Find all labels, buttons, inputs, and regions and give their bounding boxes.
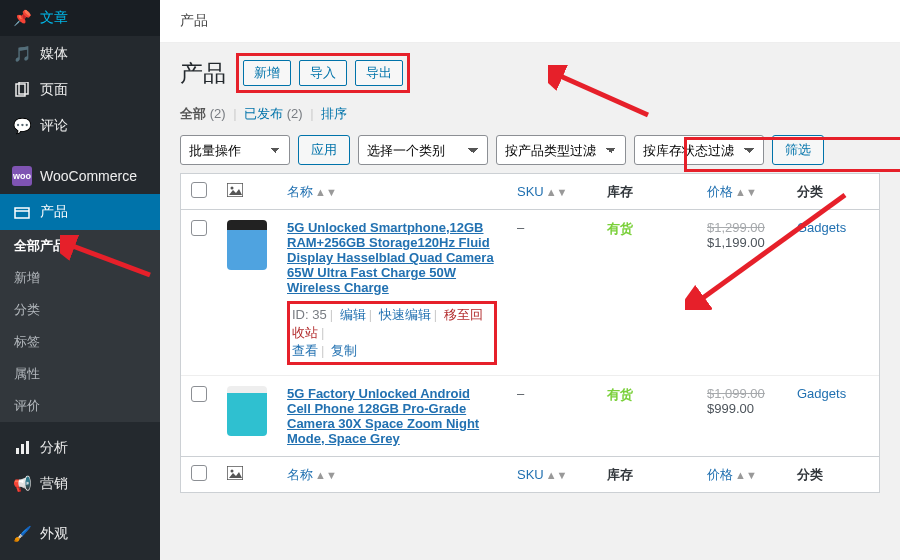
category-filter-select[interactable]: 选择一个类别 bbox=[358, 135, 488, 165]
sku-cell: – bbox=[507, 210, 597, 376]
row-checkbox[interactable] bbox=[191, 220, 207, 236]
subnav-categories[interactable]: 分类 bbox=[0, 294, 160, 326]
sort-link[interactable]: 排序 bbox=[321, 106, 347, 121]
woo-icon: woo bbox=[12, 166, 32, 186]
nav-woocommerce[interactable]: wooWooCommerce bbox=[0, 158, 160, 194]
price-old: $1,299.00 bbox=[707, 220, 765, 235]
nav-comments[interactable]: 💬评论 bbox=[0, 108, 160, 144]
price-old: $1,099.00 bbox=[707, 386, 765, 401]
col-sku[interactable]: SKU bbox=[517, 184, 544, 199]
nav-media[interactable]: 🎵媒体 bbox=[0, 36, 160, 72]
nav-marketing[interactable]: 📢营销 bbox=[0, 466, 160, 502]
svg-point-10 bbox=[231, 470, 234, 473]
category-link[interactable]: Gadgets bbox=[797, 220, 846, 235]
subnav-all-products[interactable]: 全部产品 bbox=[0, 230, 160, 262]
col-name[interactable]: 名称 bbox=[287, 184, 313, 199]
subsub-links: 全部 (2) | 已发布 (2) | 排序 bbox=[160, 101, 900, 127]
megaphone-icon: 📢 bbox=[12, 474, 32, 494]
col-stock: 库存 bbox=[607, 184, 633, 199]
type-filter-select[interactable]: 按产品类型过滤 bbox=[496, 135, 626, 165]
import-button[interactable]: 导入 bbox=[299, 60, 347, 86]
row-actions: ID: 35| 编辑| 快速编辑| 移至回收站| 查看| 复制 bbox=[287, 301, 497, 365]
select-all-checkbox[interactable] bbox=[191, 182, 207, 198]
view-link[interactable]: 查看 bbox=[292, 343, 318, 358]
svg-rect-2 bbox=[15, 208, 29, 218]
bulk-action-select[interactable]: 批量操作 bbox=[180, 135, 290, 165]
product-name-link[interactable]: 5G Factory Unlocked Android Cell Phone 1… bbox=[287, 386, 497, 446]
add-button[interactable]: 新增 bbox=[243, 60, 291, 86]
svg-rect-6 bbox=[26, 441, 29, 454]
media-icon: 🎵 bbox=[12, 44, 32, 64]
sku-cell: – bbox=[507, 376, 597, 457]
stock-filter-select[interactable]: 按库存状态过滤 bbox=[634, 135, 764, 165]
nav-posts[interactable]: 📌文章 bbox=[0, 0, 160, 36]
quick-edit-link[interactable]: 快速编辑 bbox=[379, 307, 431, 322]
nav-analytics[interactable]: 分析 bbox=[0, 430, 160, 466]
row-checkbox[interactable] bbox=[191, 386, 207, 402]
price-new: $1,199.00 bbox=[707, 235, 765, 250]
filter-button[interactable]: 筛选 bbox=[772, 135, 824, 165]
stock-status: 有货 bbox=[607, 221, 633, 236]
col-cat: 分类 bbox=[797, 184, 823, 199]
price-new: $999.00 bbox=[707, 401, 754, 416]
table-row: 5G Unlocked Smartphone,12GB RAM+256GB St… bbox=[181, 210, 879, 376]
subnav-reviews[interactable]: 评价 bbox=[0, 390, 160, 422]
main-content: 产品 产品 新增 导入 导出 全部 (2) | 已发布 (2) | 排序 批量操… bbox=[160, 0, 900, 560]
published-filter[interactable]: 已发布 bbox=[244, 106, 283, 121]
subnav-add[interactable]: 新增 bbox=[0, 262, 160, 294]
comment-icon: 💬 bbox=[12, 116, 32, 136]
stock-status: 有货 bbox=[607, 387, 633, 402]
select-all-checkbox-footer[interactable] bbox=[191, 465, 207, 481]
product-thumbnail[interactable] bbox=[227, 220, 267, 270]
products-table: 名称▲▼ SKU▲▼ 库存 价格▲▼ 分类 5G Unlocked Smartp… bbox=[181, 174, 879, 492]
duplicate-link[interactable]: 复制 bbox=[331, 343, 357, 358]
page-title: 产品 bbox=[180, 58, 226, 89]
svg-rect-4 bbox=[16, 448, 19, 454]
brush-icon: 🖌️ bbox=[12, 524, 32, 544]
nav-products[interactable]: 产品 bbox=[0, 194, 160, 230]
products-submenu: 全部产品 新增 分类 标签 属性 评价 bbox=[0, 230, 160, 422]
nav-plugins[interactable]: 🔌插件 bbox=[0, 552, 160, 560]
subnav-attributes[interactable]: 属性 bbox=[0, 358, 160, 390]
edit-link[interactable]: 编辑 bbox=[340, 307, 366, 322]
table-row: 5G Factory Unlocked Android Cell Phone 1… bbox=[181, 376, 879, 457]
pin-icon: 📌 bbox=[12, 8, 32, 28]
page-icon bbox=[12, 80, 32, 100]
image-icon bbox=[227, 185, 243, 200]
chart-icon bbox=[12, 438, 32, 458]
subnav-tags[interactable]: 标签 bbox=[0, 326, 160, 358]
admin-sidebar: 📌文章 🎵媒体 页面 💬评论 wooWooCommerce 产品 全部产品 新增… bbox=[0, 0, 160, 560]
image-icon bbox=[227, 468, 243, 483]
nav-pages[interactable]: 页面 bbox=[0, 72, 160, 108]
nav-appearance[interactable]: 🖌️外观 bbox=[0, 516, 160, 552]
product-name-link[interactable]: 5G Unlocked Smartphone,12GB RAM+256GB St… bbox=[287, 220, 497, 295]
export-button[interactable]: 导出 bbox=[355, 60, 403, 86]
apply-button[interactable]: 应用 bbox=[298, 135, 350, 165]
product-icon bbox=[12, 202, 32, 222]
svg-rect-5 bbox=[21, 444, 24, 454]
breadcrumb: 产品 bbox=[160, 0, 900, 43]
product-thumbnail[interactable] bbox=[227, 386, 267, 436]
col-price[interactable]: 价格 bbox=[707, 184, 733, 199]
category-link[interactable]: Gadgets bbox=[797, 386, 846, 401]
svg-point-8 bbox=[231, 187, 234, 190]
